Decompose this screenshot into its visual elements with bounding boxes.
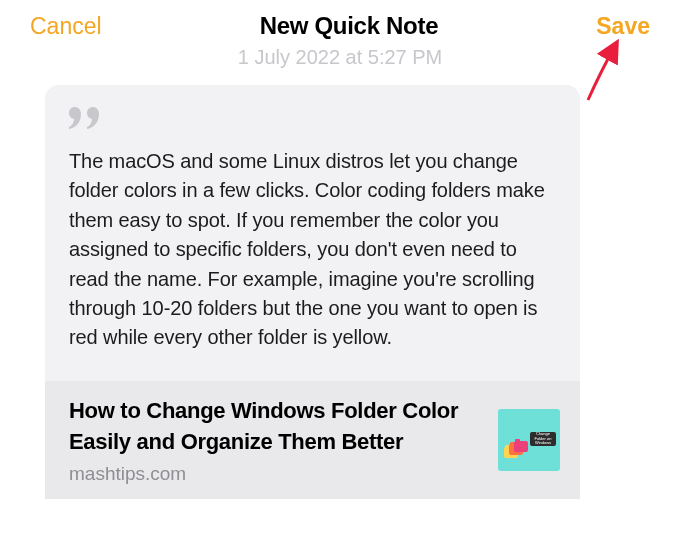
cancel-button[interactable]: Cancel [30, 13, 102, 40]
link-domain: mashtips.com [69, 463, 480, 485]
link-preview[interactable]: How to Change Windows Folder Color Easil… [45, 381, 580, 499]
header-bar: Cancel New Quick Note Save [0, 0, 680, 42]
note-card: The macOS and some Linux distros let you… [45, 85, 580, 499]
link-title: How to Change Windows Folder Color Easil… [69, 395, 480, 457]
save-button[interactable]: Save [596, 13, 650, 40]
quote-icon [69, 107, 556, 133]
note-timestamp: 1 July 2022 at 5:27 PM [0, 46, 680, 69]
note-text: The macOS and some Linux distros let you… [69, 147, 556, 353]
link-thumbnail: Change Folder on Windows [498, 409, 560, 471]
thumbnail-folders-icon [504, 441, 526, 459]
page-title: New Quick Note [260, 12, 439, 40]
note-body[interactable]: The macOS and some Linux distros let you… [45, 85, 580, 381]
link-text-block: How to Change Windows Folder Color Easil… [69, 395, 480, 485]
thumbnail-caption: Change Folder on Windows [530, 432, 556, 446]
